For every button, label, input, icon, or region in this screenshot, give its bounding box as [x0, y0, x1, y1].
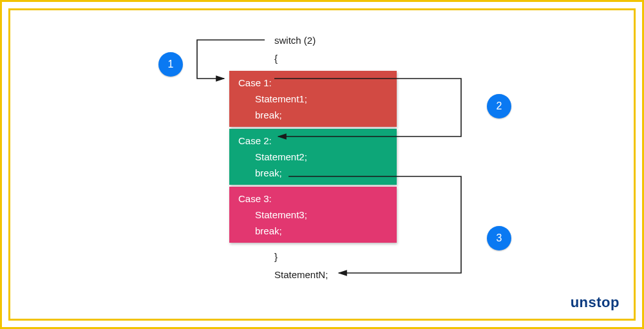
case-3-break: break;	[229, 223, 397, 239]
case-3-label: Case 3:	[229, 191, 397, 207]
case-3-statement: Statement3;	[229, 207, 397, 223]
case-1-break: break;	[229, 107, 397, 123]
step-badge-2: 2	[487, 94, 511, 118]
open-brace: {	[274, 53, 278, 64]
inner-frame: switch (2) { Case 1: Statement1; break; …	[8, 8, 636, 321]
switch-statement: switch (2)	[274, 35, 316, 46]
case-1-statement: Statement1;	[229, 91, 397, 107]
case-block-1: Case 1: Statement1; break;	[229, 71, 397, 127]
step-badge-1: 1	[158, 52, 183, 77]
case-2-break: break;	[229, 165, 397, 181]
case-2-label: Case 2:	[229, 133, 397, 149]
close-brace: }	[274, 251, 278, 262]
statement-n: StatementN;	[274, 269, 328, 280]
diagram-stage: switch (2) { Case 1: Statement1; break; …	[10, 10, 634, 319]
case-block-3: Case 3: Statement3; break;	[229, 187, 397, 243]
case-2-statement: Statement2;	[229, 149, 397, 165]
brand-logo: unstop	[571, 294, 620, 311]
case-1-label: Case 1:	[229, 75, 397, 91]
step-badge-3: 3	[487, 226, 511, 250]
logo-prefix: un	[571, 294, 589, 310]
outer-frame: switch (2) { Case 1: Statement1; break; …	[0, 0, 644, 329]
case-block-2: Case 2: Statement2; break;	[229, 129, 397, 185]
logo-suffix: stop	[589, 294, 620, 310]
